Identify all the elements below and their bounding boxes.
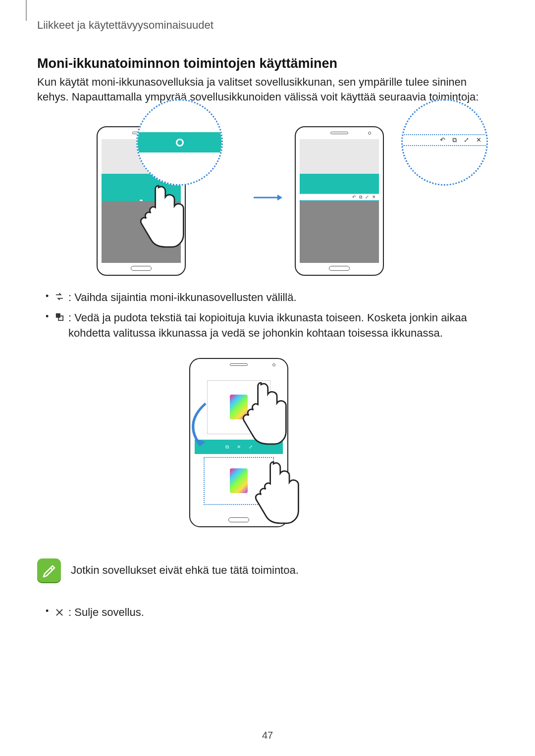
hand-drop-icon bbox=[246, 452, 301, 526]
magnifier-circle bbox=[136, 99, 223, 186]
drag-drop-icon: ⧉ bbox=[359, 195, 362, 200]
figure-multiwindow-actions: ↶ ⧉ ⤢ ✕ ↶ ⧉ ⤢ ✕ bbox=[64, 111, 471, 284]
phone-frame: ↶ ⧉ ⤢ ✕ bbox=[295, 126, 384, 276]
list-item: : Vedä ja pudota tekstiä tai kopioituja … bbox=[46, 310, 496, 341]
phone-camera-icon bbox=[368, 132, 371, 135]
action-bullet-list: : Vaihda sijaintia moni-ikkunasovelluste… bbox=[46, 290, 496, 346]
page-border-decor bbox=[26, 0, 27, 21]
close-icon: ✕ bbox=[372, 195, 376, 200]
note-text: Jotkin sovellukset eivät ehkä tue tätä t… bbox=[71, 564, 299, 577]
phone-home-button-icon bbox=[131, 266, 152, 271]
maximize-icon: ⤢ bbox=[464, 136, 469, 144]
magnifier-circle: ↶ ⧉ ⤢ ✕ bbox=[401, 99, 488, 186]
swap-icon: ↶ bbox=[440, 136, 445, 144]
phone-home-button-icon bbox=[329, 266, 350, 271]
drag-drop-icon bbox=[54, 312, 64, 322]
phone-speaker-icon bbox=[330, 132, 348, 134]
multiwindow-toolbar-magnified: ↶ ⧉ ⤢ ✕ bbox=[403, 134, 486, 146]
page-number: 47 bbox=[262, 730, 273, 741]
curved-arrow-icon bbox=[178, 399, 213, 453]
multiwindow-toolbar: ↶ ⧉ ⤢ ✕ bbox=[300, 194, 379, 201]
list-item-text: : Vedä ja pudota tekstiä tai kopioituja … bbox=[68, 311, 467, 339]
maximize-icon: ⤢ bbox=[365, 195, 369, 200]
phone-camera-icon bbox=[272, 363, 275, 366]
swap-icon: ↶ bbox=[352, 195, 356, 200]
arrow-right-icon bbox=[250, 193, 285, 202]
list-item-text: : Sulje sovellus. bbox=[68, 606, 144, 618]
close-icon: ✕ bbox=[476, 136, 482, 144]
figure-phone-before bbox=[97, 111, 240, 284]
final-bullet-list: : Sulje sovellus. bbox=[46, 606, 496, 619]
figure-phone-after: ↶ ⧉ ⤢ ✕ ↶ ⧉ ⤢ ✕ bbox=[295, 111, 438, 284]
list-item-text: : Vaihda sijaintia moni-ikkunasovelluste… bbox=[68, 291, 297, 303]
page-title: Moni-ikkunatoiminnon toimintojen käyttäm… bbox=[37, 56, 337, 71]
list-item: : Sulje sovellus. bbox=[46, 606, 496, 619]
drag-drop-icon: ⧉ bbox=[452, 136, 457, 144]
hand-hold-icon bbox=[234, 373, 288, 447]
figure-drag-drop: ⧉✕⤢ bbox=[179, 353, 358, 546]
list-item: : Vaihda sijaintia moni-ikkunasovelluste… bbox=[46, 290, 496, 305]
swap-icon bbox=[54, 292, 64, 302]
note-callout: Jotkin sovellukset eivät ehkä tue tätä t… bbox=[37, 558, 503, 582]
intro-paragraph: Kun käytät moni-ikkunasovelluksia ja val… bbox=[37, 75, 493, 104]
svg-marker-1 bbox=[277, 195, 282, 201]
phone-speaker-icon bbox=[230, 363, 248, 366]
section-header: Liikkeet ja käytettävyysominaisuudet bbox=[37, 19, 214, 32]
hand-tap-icon bbox=[131, 176, 186, 250]
thumbnail-icon bbox=[230, 468, 248, 493]
phone-screen: ↶ ⧉ ⤢ ✕ bbox=[300, 139, 379, 263]
close-icon bbox=[54, 607, 64, 617]
note-icon bbox=[37, 558, 61, 582]
